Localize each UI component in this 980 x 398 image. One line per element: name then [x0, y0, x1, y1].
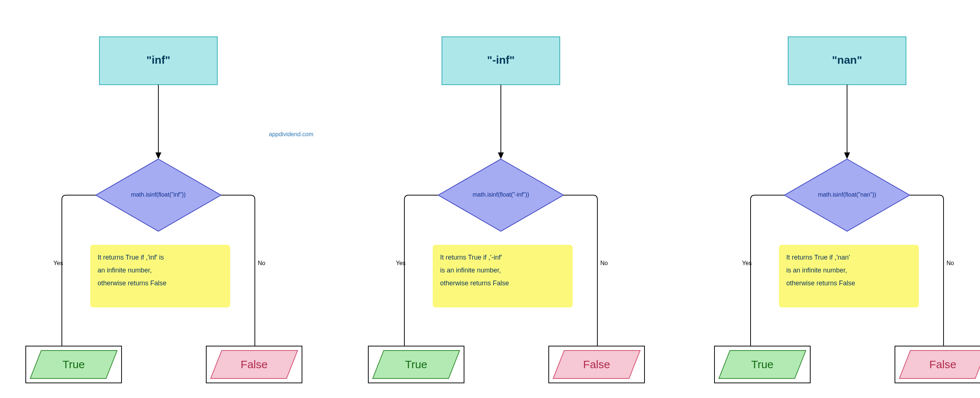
no-label: No [258, 260, 266, 266]
true-label: True [63, 358, 85, 370]
note-line: otherwise returns False [440, 279, 509, 287]
start-label: "nan" [832, 54, 862, 66]
true-label: True [751, 358, 774, 370]
false-label: False [583, 358, 610, 370]
yes-label: Yes [742, 260, 752, 266]
attribution-text: appdividend.com [269, 131, 313, 137]
decision-label: math.isinf(float("inf")) [131, 191, 186, 198]
no-label: No [600, 260, 608, 266]
no-label: No [947, 260, 954, 266]
note-line: an infinite number, [98, 267, 152, 274]
yes-label: Yes [53, 260, 63, 266]
start-label: "-inf" [487, 54, 514, 66]
note-line: It returns True if ,'-inf' [440, 254, 502, 261]
note-line: otherwise returns False [786, 279, 855, 287]
arrowhead-icon [498, 153, 504, 159]
flowchart-neg-inf: "-inf" math.isinf(float("-inf")) Yes No … [368, 37, 644, 383]
start-label: "inf" [146, 54, 170, 66]
note-line: otherwise returns False [98, 279, 167, 287]
false-label: False [929, 358, 956, 370]
flowchart-inf: "inf" math.isinf(float("inf")) Yes No It… [26, 37, 302, 383]
yes-label: Yes [396, 260, 406, 266]
note-line: It returns True if ,'nan' [786, 254, 850, 261]
flowchart-nan: "nan" math.isinf(float("nan")) Yes No It… [714, 37, 980, 383]
note-line: It returns True if ,'inf' is [98, 254, 164, 261]
false-label: False [240, 358, 267, 370]
note-line: is an infinite number, [440, 267, 501, 274]
decision-label: math.isinf(float("nan")) [818, 191, 876, 198]
arrowhead-icon [844, 153, 850, 159]
decision-label: math.isinf(float("-inf")) [473, 191, 529, 198]
true-label: True [405, 358, 428, 370]
note-line: is an infinite number, [786, 267, 847, 274]
flowchart-canvas: appdividend.com "inf" math.isinf(float("… [0, 0, 980, 398]
arrowhead-icon [156, 153, 161, 159]
